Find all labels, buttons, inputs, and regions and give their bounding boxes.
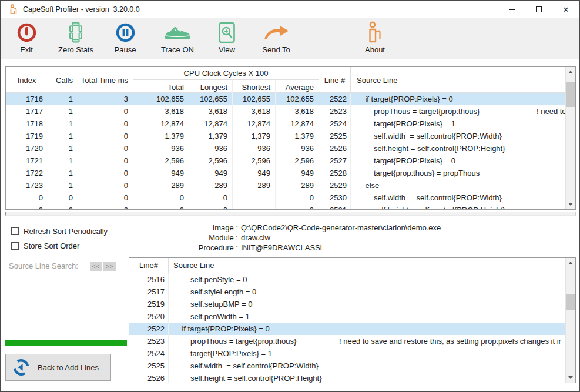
pause-button[interactable]: Pause	[97, 21, 153, 57]
app-logo-icon	[9, 4, 18, 15]
col-header-total-time[interactable]: Total Time ms	[78, 67, 133, 93]
source-table-row[interactable]: 2526 self.height = self.control{PROP:Hei…	[129, 372, 565, 383]
stats-table: Index Calls Total Time ms CPU Clock Cycl…	[5, 66, 576, 210]
col-header-average[interactable]: Average	[276, 80, 319, 93]
source-line-search-label: Source Line Search:	[9, 262, 78, 270]
col-header-calls[interactable]: Calls	[48, 67, 78, 93]
stats-horizontal-scrollbar[interactable]	[5, 212, 576, 216]
back-arrow-icon	[13, 359, 29, 376]
sneaker-icon	[163, 21, 192, 44]
stats-scrollbar[interactable]	[565, 67, 575, 209]
col-header-index[interactable]: Index	[6, 67, 48, 93]
stats-table-body: 1716 1 3 102,655 102,655 102,655 102,655…	[6, 93, 565, 209]
pause-icon	[115, 21, 136, 44]
source-scrollbar[interactable]	[565, 258, 575, 383]
send-to-button[interactable]: Send To	[248, 21, 304, 57]
title-bar: CapeSoft Profiler - version 3.20.0.0 ✕	[1, 1, 579, 18]
trace-on-label: Trace ON	[161, 45, 194, 54]
source-table-row[interactable]: 2516 self.penStyle = 0	[129, 273, 565, 286]
zero-stats-icon	[68, 21, 83, 44]
stats-table-row[interactable]: 1722 1 0 949 949 949 949 2528 target{pro…	[6, 167, 565, 179]
procedure-label: Procedure :	[125, 243, 238, 252]
source-table-row[interactable]: 2519 self.setupBMP = 0	[129, 298, 565, 310]
stats-table-row[interactable]: 0 0 0 0 0 0 2531 self.height = self.cont…	[6, 204, 565, 209]
info-block: Image : Q:\QRCode2\QR-Code-generator-mas…	[125, 223, 441, 253]
col-header-line[interactable]: Line #	[319, 67, 351, 93]
send-to-label: Send To	[262, 45, 290, 54]
search-prev-button[interactable]: <<	[90, 262, 102, 271]
app-window: CapeSoft Profiler - version 3.20.0.0 ✕ E…	[0, 0, 580, 392]
col-header-source[interactable]: Source Line	[351, 67, 565, 93]
exit-icon	[16, 21, 38, 44]
exit-label: Exit	[20, 45, 33, 54]
source-table-row[interactable]: 2524 target{PROP:Pixels} = 1	[129, 347, 565, 360]
store-sort-checkbox[interactable]	[11, 242, 19, 250]
module-label: Module :	[125, 233, 238, 242]
module-name: draw.clw	[241, 233, 270, 242]
minimize-icon	[509, 9, 515, 10]
col-header-shortest[interactable]: Shortest	[233, 80, 276, 93]
send-arrow-icon	[263, 21, 290, 44]
source-table-row[interactable]: 2525 self.width = self.control{PROP:Widt…	[129, 360, 565, 372]
about-label: About	[365, 45, 385, 54]
source-table-body: 2516 self.penStyle = 0 2517 self.styleLe…	[129, 273, 565, 383]
col-header-line-number[interactable]: Line#	[129, 258, 169, 273]
main-content: Index Calls Total Time ms CPU Clock Cycl…	[1, 59, 579, 392]
source-table-header: Line# Source Line	[129, 258, 565, 273]
col-header-source-line[interactable]: Source Line	[169, 258, 565, 273]
col-header-cpu-group: CPU Clock Cycles X 100	[133, 67, 319, 80]
stats-table-row[interactable]: 1721 1 0 2,596 2,596 2,596 2,596 2527 ta…	[6, 155, 565, 167]
progress-bar	[5, 340, 127, 346]
scroll-down-icon[interactable]	[566, 199, 575, 209]
image-label: Image :	[125, 223, 238, 232]
trace-on-button[interactable]: Trace ON	[149, 21, 206, 57]
refresh-sort-label: Refresh Sort Periodically	[24, 227, 108, 236]
view-button[interactable]: View	[199, 21, 255, 57]
back-to-add-lines-button[interactable]: Back to Add Lines	[5, 354, 111, 381]
window-title: CapeSoft Profiler - version 3.20.0.0	[23, 5, 140, 14]
scroll-up-icon[interactable]	[566, 67, 575, 77]
refresh-sort-checkbox-row[interactable]: Refresh Sort Periodically	[11, 227, 108, 236]
close-button[interactable]: ✕	[552, 1, 579, 18]
view-label: View	[219, 45, 235, 54]
source-table: Line# Source Line 2516 self.penStyle = 0…	[129, 257, 576, 383]
close-icon: ✕	[563, 6, 569, 14]
store-sort-label: Store Sort Order	[24, 242, 79, 250]
col-header-total[interactable]: Total	[133, 80, 189, 93]
scroll-down-icon[interactable]	[566, 373, 575, 383]
stats-table-row[interactable]: 1719 1 0 1,379 1,379 1,379 1,379 2525 se…	[6, 130, 565, 142]
stats-table-header: Index Calls Total Time ms CPU Clock Cycl…	[6, 67, 565, 93]
source-table-row[interactable]: 2522 if target{PROP:Pixels} = 0	[129, 323, 565, 335]
source-table-row[interactable]: 2517 self.styleLength = 0	[129, 286, 565, 298]
source-table-row[interactable]: 2520 self.penWidth = 1	[129, 310, 565, 323]
stats-table-row[interactable]: 1723 1 0 289 289 289 289 2529 else	[6, 179, 565, 192]
stats-table-row[interactable]: 1717 1 0 3,618 3,618 3,618 3,618 2523 pr…	[6, 105, 565, 118]
pause-label: Pause	[115, 45, 136, 54]
stats-table-row[interactable]: 0 0 0 0 0 0 2530 self.width = self.contr…	[6, 192, 565, 204]
image-path: Q:\QRCode2\QR-Code-generator-master\clar…	[241, 223, 441, 232]
toolbar: Exit Zero Stats	[1, 18, 579, 59]
stats-table-row[interactable]: 1720 1 0 936 936 936 936 2526 self.heigh…	[6, 142, 565, 155]
scroll-up-icon[interactable]	[566, 258, 575, 268]
zero-stats-button[interactable]: Zero Stats	[48, 21, 104, 57]
search-next-button[interactable]: >>	[103, 262, 116, 271]
about-person-icon	[367, 21, 383, 44]
stats-scroll-thumb[interactable]	[566, 82, 575, 107]
source-table-row[interactable]: 2523 propThous = target{prop:thous}! nee…	[129, 335, 565, 347]
store-sort-checkbox-row[interactable]: Store Sort Order	[11, 242, 79, 250]
stats-table-row[interactable]: 1716 1 3 102,655 102,655 102,655 102,655…	[6, 93, 565, 105]
exit-button[interactable]: Exit	[0, 21, 55, 57]
zero-stats-label: Zero Stats	[58, 45, 93, 54]
col-header-longest[interactable]: Longest	[189, 80, 233, 93]
back-to-add-lines-label: Back to Add Lines	[38, 363, 99, 372]
procedure-name: INIT@F9DRAWCLASSl	[241, 243, 322, 252]
about-button[interactable]: About	[347, 21, 403, 57]
minimize-button[interactable]	[498, 1, 525, 18]
maximize-icon	[536, 6, 542, 12]
maximize-button[interactable]	[525, 1, 552, 18]
source-scroll-thumb[interactable]	[566, 294, 575, 310]
refresh-sort-checkbox[interactable]	[11, 227, 19, 235]
view-document-icon	[218, 21, 236, 44]
stats-table-row[interactable]: 1718 1 0 12,874 12,874 12,874 12,874 252…	[6, 118, 565, 130]
